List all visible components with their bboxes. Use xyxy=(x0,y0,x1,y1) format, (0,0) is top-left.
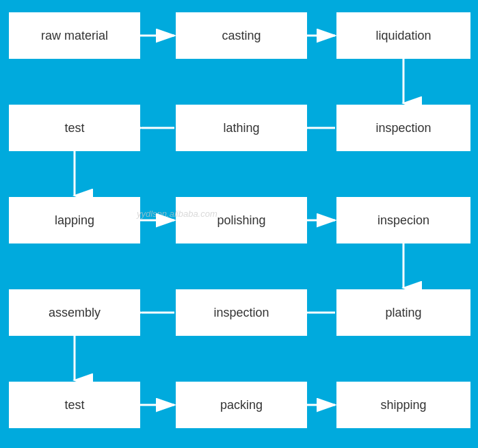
label-assembly: assembly xyxy=(49,306,101,320)
box-casting: casting xyxy=(176,12,307,59)
label-liquidation: liquidation xyxy=(375,29,431,43)
box-liquidation: liquidation xyxy=(336,12,470,59)
process-diagram: raw material casting liquidation test la… xyxy=(0,0,478,448)
box-shipping: shipping xyxy=(336,382,470,428)
box-lapping: lapping xyxy=(9,197,140,243)
label-shipping: shipping xyxy=(380,398,426,412)
label-casting: casting xyxy=(222,29,261,43)
label-packing: packing xyxy=(220,398,263,412)
box-assembly: assembly xyxy=(9,289,140,336)
box-inspection-2: inspection xyxy=(176,289,307,336)
label-inspection-2: inspection xyxy=(213,306,269,320)
box-plating: plating xyxy=(336,289,470,336)
label-polishing: polishing xyxy=(217,213,265,228)
box-test-2: test xyxy=(9,382,140,428)
box-raw-material: raw material xyxy=(9,12,140,59)
label-plating: plating xyxy=(385,306,421,320)
label-test-1: test xyxy=(64,121,84,135)
box-polishing: polishing xyxy=(176,197,307,243)
label-lathing: lathing xyxy=(223,121,259,135)
box-packing: packing xyxy=(176,382,307,428)
label-test-2: test xyxy=(64,398,84,412)
box-inspecion: inspecion xyxy=(336,197,470,243)
label-inspection-1: inspection xyxy=(375,121,431,135)
box-test-1: test xyxy=(9,105,140,151)
label-raw-material: raw material xyxy=(41,29,108,43)
box-lathing: lathing xyxy=(176,105,307,151)
box-inspection-1: inspection xyxy=(336,105,470,151)
label-inspecion: inspecion xyxy=(377,213,429,228)
label-lapping: lapping xyxy=(55,213,94,228)
